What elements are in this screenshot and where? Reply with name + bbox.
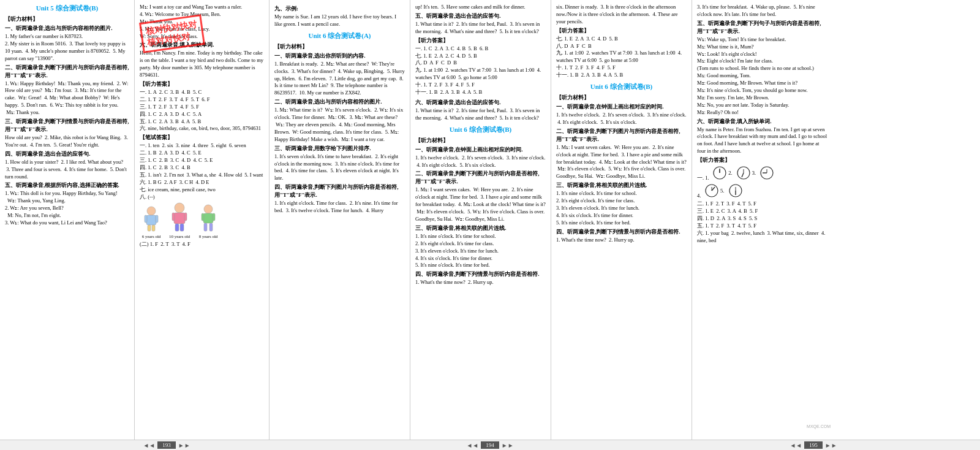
clock-label-2: 3. (752, 170, 759, 176)
6b-sec3-label: 三、听两遍录音,将相关联的图片连线. (415, 224, 546, 232)
bottom-nav-bar: ◄◄ 193 ►► ◄◄ 194 ►► ◄◄ 195 ►► (0, 440, 980, 450)
6b-listen-ans-title: 【听力答案】 (556, 27, 687, 35)
clock-label-4: 5. (720, 188, 727, 194)
clock-mini-group2: 5. (705, 184, 742, 197)
195r-sec6-label: 六、听两遍录音,填入所缺单词. (697, 118, 828, 126)
section-1-text: 1. My father's car number is K87023. 2. … (5, 33, 129, 63)
6a-listen-ans-title: 【听力答案】 (415, 37, 546, 45)
child-figure-6 (140, 206, 163, 233)
clock-label-1: 2. (728, 170, 735, 176)
listening-material-label: 【听力材料】 (5, 15, 129, 23)
page-194-num: 194 (481, 441, 499, 449)
svg-rect-16 (204, 223, 207, 231)
clock-answer-5 (729, 184, 742, 197)
section-6-text: Hello, I'm Nancy. I'm nine. Today is my … (140, 50, 264, 79)
figure-10years: 10 years old (167, 202, 192, 239)
6b-sec1-label: 一、听两遍录音,在钟面上画出相对应的时间. (415, 146, 546, 154)
6a-sec2-text: 1. M₁: What time is it? W₁: It's seven o… (274, 107, 405, 143)
page-194-nav: ◄◄ 194 ►► (328, 441, 652, 449)
listening-material-6b-2: 【听力材料】 (556, 94, 687, 102)
figure-8years-label: 8 years old (196, 234, 221, 239)
svg-rect-2 (145, 215, 147, 223)
6b2-sec2-label: 二、听两遍录音,判断下列图片与所听内容是否相符,用"T"或"F"表示. (556, 128, 687, 143)
svg-rect-5 (152, 225, 155, 231)
page-195-next[interactable]: ►► (825, 442, 837, 449)
6b2-sec4-text: 1. What's the time now? 2. Hurry up. (556, 237, 687, 244)
clock-answer-2 (737, 166, 750, 180)
6a-sec6-label: 六、听两遍录音,选出合适的应答句. (415, 99, 546, 107)
unit-title-6b: Unit 6 综合测试卷(B) (415, 125, 546, 134)
6b2-sec1-text: 1. It's twelve o'clock. 2. It's seven o'… (556, 112, 687, 126)
figure-10years-label: 10 years old (167, 234, 192, 239)
6b-sec4-text: 1. What's the time now? 2. Hurry up. (415, 279, 546, 286)
section-3-text: How old are you? 2. Mike, this robot is … (5, 134, 129, 149)
194r-text1: up! It's ten. 5. Have some cakes and mil… (415, 4, 546, 11)
195r-bottom-ans: 二. 1. F 2. T 3. F 4. T 5. F 三. 1. E 2. C… (697, 200, 828, 244)
6a-sec3-text: 1. It's seven o'clock. It's time to have… (274, 153, 405, 183)
listening-material-6b: 【听力材料】 (415, 137, 546, 145)
svg-rect-17 (209, 223, 213, 231)
page-193-left: Unit 5 综合测试卷(B) 【听力材料】 一、听两遍录音,选出与所听内容相符… (0, 0, 135, 440)
svg-point-0 (147, 207, 156, 215)
page-195-prev[interactable]: ◄◄ (790, 442, 802, 449)
svg-rect-13 (203, 213, 213, 223)
page-194-prev[interactable]: ◄◄ (466, 442, 478, 449)
clock-answer-3 (760, 166, 774, 180)
section-4-text: 1. How old is your sister? 2. I like red… (5, 159, 129, 181)
6b-sec3-text: 1. It's nine o'clock. It's time for scho… (415, 233, 546, 269)
page-195-num: 195 (804, 441, 823, 449)
clock-answer-row: 一. 1. 2. 3. (697, 166, 828, 182)
clock-answer-1 (713, 166, 726, 180)
section-3-label: 三、听两遍录音,判断下列情景与所听内容是否相符,用"T"或"F"表示. (5, 118, 129, 134)
page-195-nav: ◄◄ 195 ►► (652, 441, 975, 449)
6a-sec4-text: 1. It's eight o'clock. Time for class. 2… (274, 200, 405, 215)
6b-sec2-text: 1. M₁: I want seven cakes. W: Here you a… (415, 186, 546, 223)
svg-rect-14 (202, 213, 204, 221)
page-194-next[interactable]: ►► (502, 442, 514, 449)
listening-answers: 一. 1. A 2. C 3. B 4. B 5. C 二. 1. T 2. F… (140, 89, 264, 132)
page-193-next[interactable]: ►► (178, 442, 190, 449)
written-answers: 一. 1. ten 2. six 3. nine 4. three 5. eig… (140, 142, 264, 200)
clock-row2-label: 4. (697, 193, 704, 199)
section-4-label: 四、听两遍录音,选出合适的应答句. (5, 150, 129, 158)
clock-mini-group: 2. 3. (713, 166, 774, 180)
6a-sec5-text: 1. What time is it? 2. It's time for bed… (415, 21, 546, 36)
6b-listen-ans: 七. 1. E 2. A 3. C 4. D 5. B 八. D A F C B… (556, 36, 687, 79)
page-193-num: 193 (157, 441, 176, 449)
195r-ans-title: 【听力答案】 (697, 156, 828, 164)
age-figures-row: 6 years old 10 years old (140, 202, 264, 239)
section-6-label: 六、听两遍录音,填入所缺单词. (140, 41, 264, 49)
page-195-left: six. Dinner is ready. 3. It is three o'c… (551, 0, 692, 440)
6b2-sec1-label: 一、听两遍录音,在钟面上画出相对应的时间. (556, 103, 687, 111)
section-1-label: 一、听两遍录音,选出与所听内容相符的图片. (5, 25, 129, 32)
svg-rect-10 (175, 224, 179, 231)
section-5-label: 五、听两遍录音,根据所听内容,选择正确的答案. (5, 181, 129, 189)
page193r-text1: M₁: I want a toy car and Wang Tao wants … (140, 4, 264, 40)
watermark: MXQE.COM (807, 424, 831, 429)
page-193-prev[interactable]: ◄◄ (143, 442, 155, 449)
6a-sec3-label: 三、听两遍录音,用数字给下列图片排序. (274, 145, 405, 153)
svg-point-12 (204, 205, 213, 213)
section-2-text: 1. W₁: Happy Birthday! M₁: Thank you, my… (5, 80, 129, 116)
6b2-sec2-text: 1. M₁: I want seven cakes. W: Here you a… (556, 144, 687, 180)
6a-sec4-label: 四、听两遍录音,判断下列图片与所听内容是否相符,用"T"或"F"表示. (274, 183, 405, 199)
unit-title-6a: Unit 6 综合测试卷(A) (274, 31, 405, 40)
section-2-label: 二、听两遍录音,判断下列图片与所听内容是否相符,用"T"或"F"表示. (5, 64, 129, 80)
unit-title-5b: Unit 5 综合测试卷(B) (5, 4, 129, 13)
section-9-text: My name is Sue. I am 12 years old. I hav… (274, 13, 405, 28)
page-195-right: 3. It's time for breakfast. 4. Wake up, … (692, 0, 833, 440)
6b2-sec4-label: 四、听两遍录音,判断下列情景与所听内容是否相符. (556, 228, 687, 236)
child-figure-8 (196, 204, 221, 233)
written-answer-title: 【笔试答案】 (140, 134, 264, 142)
page-193-nav: ◄◄ 193 ►► (5, 441, 328, 449)
6b2-sec3-label: 三、听两遍录音,将相关联的图片连线. (556, 181, 687, 189)
svg-rect-7 (174, 213, 185, 224)
6b-sec4-label: 四、听两遍录音,判断下列情景与所听内容是否相符. (415, 270, 546, 278)
section-9-label: 九、示例: (274, 5, 405, 13)
bottom-answer-193: (二) 1. F 2. T 3. T 4. F (140, 241, 264, 248)
6b-sec1-text: 1. It's twelve o'clock. 2. It's seven o'… (415, 154, 546, 169)
svg-rect-4 (148, 225, 151, 231)
listening-answer-title: 【听力答案】 (140, 80, 264, 88)
svg-rect-15 (213, 213, 215, 221)
6a-listen-ans: 一. 1. C 2. A 3. C 4. B 5. B 6. B 七. 1. E… (415, 45, 546, 96)
